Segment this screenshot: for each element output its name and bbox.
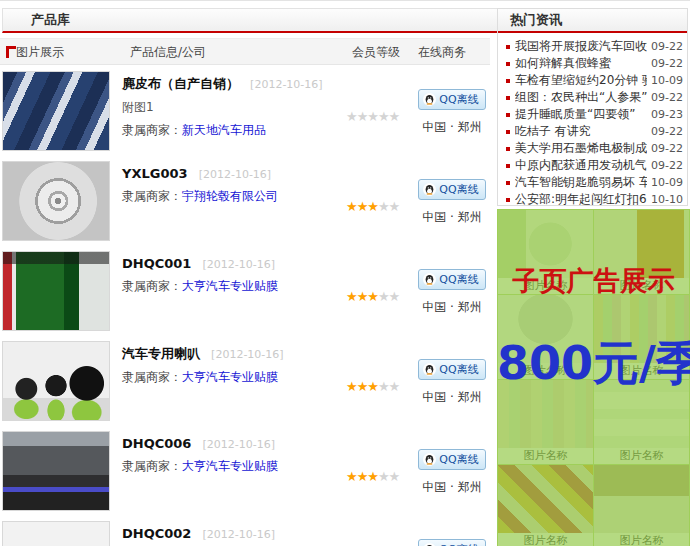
product-location: 中国 · 郑州	[414, 119, 490, 136]
news-item-text: 公安部:明年起闯红灯扣6分 挡	[515, 191, 647, 208]
news-list: 我国将开展报废汽车回收拆解 09-22 如何辩解真假蜂蜜 09-22 车检有望缩…	[498, 33, 687, 208]
product-row: DHQC006 [2012-10-16] 隶属商家：大亨汽车专业贴膜 ★★★★★…	[0, 427, 490, 517]
news-item[interactable]: 提升睡眠质量“四要领” 09-23	[504, 106, 683, 123]
news-item-date: 10-09	[651, 176, 683, 189]
product-row: 汽车专用喇叭 [2012-10-16] 隶属商家：大亨汽车专业贴膜 ★★★★★ …	[0, 337, 490, 427]
product-info: 汽车专用喇叭 [2012-10-16] 隶属商家：大亨汽车专业贴膜	[122, 343, 352, 386]
news-item[interactable]: 我国将开展报废汽车回收拆解 09-22	[504, 38, 683, 55]
qq-penguin-icon	[423, 273, 436, 286]
news-item[interactable]: 吃桔子 有讲究 09-22	[504, 123, 683, 140]
merchant-label: 隶属商家：	[122, 459, 182, 473]
product-title[interactable]: 汽车专用喇叭	[122, 346, 200, 361]
product-title[interactable]: DHQC002	[122, 526, 191, 541]
product-row: DHQC002 [2012-10-16] 隶属商家：大亨汽车专业贴膜 ★★★★★…	[0, 517, 490, 546]
merchant-link[interactable]: 大亨汽车专业贴膜	[182, 370, 278, 384]
news-item-text: 我国将开展报废汽车回收拆解	[515, 38, 647, 55]
news-item-date: 09-22	[651, 125, 683, 138]
product-title[interactable]: YXLG003	[122, 166, 188, 181]
news-item-text: 如何辩解真假蜂蜜	[515, 55, 647, 72]
bullet-icon	[506, 181, 510, 185]
bullet-icon	[506, 79, 510, 83]
qq-offline-button[interactable]: QQ离线	[418, 539, 485, 546]
news-item[interactable]: 美大学用石墨烯电极制成锂电 09-22	[504, 140, 683, 157]
bullet-icon	[506, 96, 510, 100]
product-date: [2012-10-16]	[211, 348, 284, 361]
product-image[interactable]	[2, 431, 110, 511]
news-item[interactable]: 公安部:明年起闯红灯扣6分 挡 10-10	[504, 191, 683, 208]
product-location: 中国 · 郑州	[414, 299, 490, 316]
product-image[interactable]	[2, 521, 110, 546]
qq-offline-button[interactable]: QQ离线	[418, 269, 485, 290]
stars-filled: ★★★	[346, 199, 378, 214]
merchant-label: 隶属商家：	[122, 370, 182, 384]
qq-button-label: QQ离线	[439, 362, 478, 377]
online-business-cell: QQ离线 中国 · 郑州	[414, 89, 490, 136]
news-item-date: 09-22	[651, 159, 683, 172]
product-image[interactable]	[2, 251, 110, 331]
column-marker-icon	[6, 46, 16, 58]
merchant-link[interactable]: 大亨汽车专业贴膜	[182, 279, 278, 293]
news-item[interactable]: 如何辩解真假蜂蜜 09-22	[504, 55, 683, 72]
merchant-line: 隶属商家：宇翔轮毂有限公司	[122, 188, 352, 205]
news-item[interactable]: 中原内配获通用发动机气缸套 09-22	[504, 157, 683, 174]
bullet-icon	[506, 198, 510, 202]
product-image[interactable]	[2, 341, 110, 421]
merchant-line: 隶属商家：新天地汽车用品	[122, 122, 352, 139]
merchant-label: 隶属商家：	[122, 189, 182, 203]
bullet-icon	[506, 45, 510, 49]
bullet-icon	[506, 130, 510, 134]
qq-offline-button[interactable]: QQ离线	[418, 359, 485, 380]
online-business-cell: QQ离线 中国 · 郑州	[414, 539, 490, 546]
ad-banner-area: 图片名称 图片名称 图片名称 图片名称 图片名称 图片名称 图片名称 图片名称 …	[497, 209, 690, 546]
news-item-date: 10-10	[651, 193, 683, 206]
product-date: [2012-10-16]	[199, 168, 272, 181]
merchant-link[interactable]: 新天地汽车用品	[182, 123, 266, 137]
product-title[interactable]: DHQC006	[122, 436, 191, 451]
news-item-date: 09-22	[651, 40, 683, 53]
news-item-date: 10-09	[651, 74, 683, 87]
news-item[interactable]: 组图：农民种出“人参果”！ 09-22	[504, 89, 683, 106]
product-date: [2012-10-16]	[203, 528, 276, 541]
stars-empty: ★★	[378, 379, 399, 394]
online-business-cell: QQ离线 中国 · 郑州	[414, 269, 490, 316]
product-info: DHQC002 [2012-10-16] 隶属商家：大亨汽车专业贴膜	[122, 523, 352, 546]
product-location: 中国 · 郑州	[414, 209, 490, 226]
product-info: DHQC006 [2012-10-16] 隶属商家：大亨汽车专业贴膜	[122, 433, 352, 475]
merchant-line: 隶属商家：大亨汽车专业贴膜	[122, 369, 352, 386]
qq-offline-button[interactable]: QQ离线	[418, 449, 485, 470]
qq-offline-button[interactable]: QQ离线	[418, 89, 485, 110]
news-item-text: 组图：农民种出“人参果”！	[515, 89, 647, 106]
bullet-icon	[506, 164, 510, 168]
product-row: DHQC001 [2012-10-16] 隶属商家：大亨汽车专业贴膜 ★★★★★…	[0, 247, 490, 337]
stars-filled: ★★★	[346, 379, 378, 394]
stars-empty: ★★★★★	[346, 109, 399, 124]
product-location: 中国 · 郑州	[414, 389, 490, 406]
news-item-date: 09-22	[651, 57, 683, 70]
news-item-text: 提升睡眠质量“四要领”	[515, 106, 647, 123]
stars-empty: ★★	[378, 469, 399, 484]
qq-offline-button[interactable]: QQ离线	[418, 179, 485, 200]
member-level-stars: ★★★★★	[346, 289, 424, 304]
news-item[interactable]: 车检有望缩短约20分钟 验车将 10-09	[504, 72, 683, 89]
table-header: 图片展示 产品信息/公司 会员等级 在线商务	[0, 38, 490, 65]
news-item-text: 美大学用石墨烯电极制成锂电	[515, 140, 647, 157]
news-item[interactable]: 汽车智能钥匙脆弱易坏 车主需 10-09	[504, 174, 683, 191]
product-title[interactable]: 麂皮布（自产自销）	[122, 76, 239, 91]
product-image[interactable]	[2, 71, 110, 151]
merchant-link[interactable]: 宇翔轮毂有限公司	[182, 189, 278, 203]
column-info-label: 产品信息/公司	[130, 44, 206, 61]
news-item-date: 09-22	[651, 142, 683, 155]
member-level-stars: ★★★★★	[346, 109, 424, 124]
product-title[interactable]: DHQC001	[122, 256, 191, 271]
qq-button-label: QQ离线	[439, 92, 478, 107]
qq-button-label: QQ离线	[439, 272, 478, 287]
merchant-link[interactable]: 大亨汽车专业贴膜	[182, 459, 278, 473]
ad-price-text: 800元/季	[497, 333, 690, 395]
stars-filled: ★★★	[346, 469, 378, 484]
qq-button-label: QQ离线	[439, 182, 478, 197]
product-image[interactable]	[2, 161, 110, 241]
product-location: 中国 · 郑州	[414, 479, 490, 496]
product-library-section: 产品库 图片展示 产品信息/公司 会员等级 在线商务 麂皮布（自产自销） [20…	[0, 1, 490, 546]
qq-penguin-icon	[423, 363, 436, 376]
product-date: [2012-10-16]	[250, 78, 323, 91]
